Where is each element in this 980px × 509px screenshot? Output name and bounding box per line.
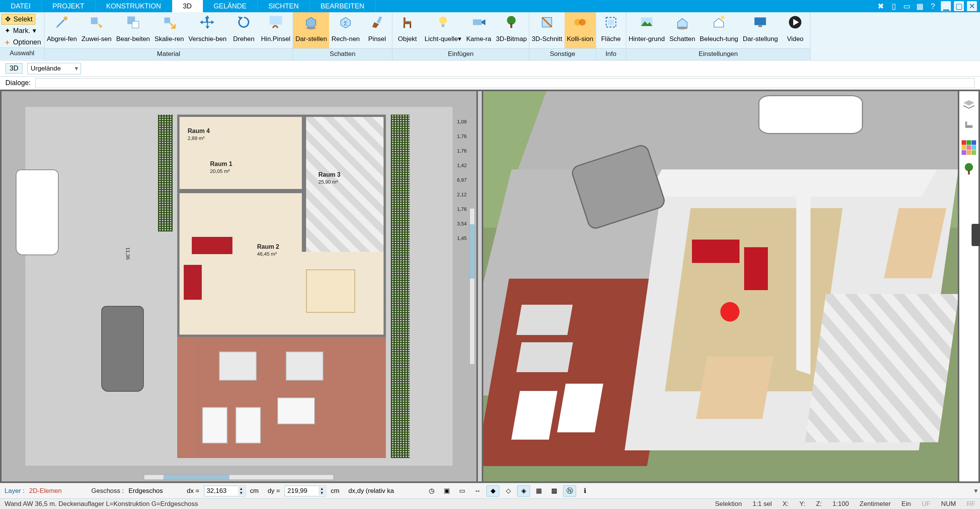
ribbon-group-einfuegen: Objekt Licht-quelle ▾ Kame-ra 3D-Bitmap … <box>392 12 529 60</box>
color-palette[interactable] <box>962 140 976 155</box>
tree3d-icon[interactable] <box>962 162 976 176</box>
btn-schatten-rechnen[interactable]: ΣRech-nen <box>329 12 362 48</box>
layer-select[interactable]: 2D-Elemen <box>29 487 87 495</box>
svg-rect-31 <box>965 122 967 125</box>
camera-icon <box>471 15 487 30</box>
snap1-icon[interactable]: ◆ <box>486 485 499 497</box>
chair3d-icon[interactable] <box>962 119 976 133</box>
view-dropdown[interactable]: Urgelände <box>27 63 81 74</box>
ribbon-group-info: Fläche Info <box>596 12 626 60</box>
auswahl-selekt[interactable]: ✥ Selekt <box>2 14 35 25</box>
status-num: NUM <box>941 500 956 508</box>
marker-icon: ✦ <box>4 27 11 34</box>
view-selector-bar: 3D Urgelände <box>0 61 980 77</box>
btn-verschieben[interactable]: Verschie-ben <box>186 12 229 48</box>
spin-up-icon[interactable]: ▲ <box>319 487 325 491</box>
lighting-icon <box>711 15 727 30</box>
help-icon[interactable]: ? <box>928 1 938 11</box>
tools-icon[interactable]: ✖ <box>876 1 886 11</box>
tab-3d[interactable]: 3D <box>172 0 203 12</box>
viewport-2d[interactable]: Raum 42,89 m² Raum 120,05 m² Raum 325,90… <box>2 91 476 481</box>
auswahl-mark-label: Mark. <box>13 27 30 35</box>
viewport-splitter[interactable] <box>478 91 482 481</box>
screen1-icon[interactable]: ▯ <box>889 1 899 11</box>
btn-hin-pinsel[interactable]: Hin.Pinsel <box>259 12 293 48</box>
btn-3d-bitmap[interactable]: 3D-Bitmap <box>494 12 529 48</box>
auswahl-optionen-label: Optionen <box>13 38 41 46</box>
status-ratio: 1:1 sel <box>753 500 772 508</box>
side-toolbar <box>959 91 978 481</box>
status-unit: Zentimeter <box>860 500 891 508</box>
dxdy-mode-select[interactable]: dx,dy (relativ ka <box>348 487 413 495</box>
label-raum2: Raum 246,45 m² <box>257 243 279 257</box>
svg-rect-10 <box>404 18 405 21</box>
scrollbar-vertical[interactable] <box>469 208 475 364</box>
maximize-button[interactable]: ▢ <box>954 1 964 11</box>
btn-abgreifen[interactable]: Abgrei-fen <box>44 12 79 48</box>
grid1-icon[interactable]: ▦ <box>532 485 545 497</box>
svg-rect-30 <box>965 125 973 128</box>
bottom-toolbar: Layer : 2D-Elemen Geschoss : Erdgeschos … <box>0 483 980 498</box>
tab-konstruktion[interactable]: KONSTRUKTION <box>96 0 172 12</box>
btn-3d-schnitt[interactable]: 3D-Schnitt <box>529 12 564 48</box>
window-controls: ✖ ▯ ▭ ▦ ? ▁ ▢ ✕ <box>873 0 980 12</box>
north-icon[interactable]: Ⓝ <box>563 485 576 497</box>
btn-schatten-pinsel[interactable]: Pinsel <box>362 12 392 48</box>
tab-bearbeiten[interactable]: BEARBEITEN <box>310 0 376 12</box>
side-expand-handle[interactable] <box>972 224 980 246</box>
dy-input[interactable]: 219,99▲▼ <box>285 486 326 496</box>
viewport-3d[interactable] <box>483 91 958 481</box>
btn-objekt[interactable]: Objekt <box>392 12 422 48</box>
dx-input[interactable]: 32,163▲▼ <box>204 486 245 496</box>
btn-schatten-darstellen[interactable]: Dar-stellen <box>293 12 329 48</box>
spin-down-icon[interactable]: ▼ <box>319 491 325 495</box>
scrollbar-horizontal[interactable] <box>144 475 334 480</box>
tab-gelaende[interactable]: GELÄNDE <box>203 0 258 12</box>
assign-icon <box>89 15 105 30</box>
brush-icon <box>369 15 385 30</box>
btn-bearbeiten[interactable]: Bear-beiten <box>114 12 152 48</box>
spin-down-icon[interactable]: ▼ <box>238 491 244 495</box>
tab-sichten[interactable]: SICHTEN <box>258 0 310 12</box>
btn-hintergrund[interactable]: Hinter-grund <box>626 12 667 48</box>
btn-flaeche[interactable]: Fläche <box>596 12 626 48</box>
btn-zuweisen[interactable]: Zuwei-sen <box>79 12 114 48</box>
btn-drehen[interactable]: Drehen <box>229 12 259 48</box>
info-icon[interactable]: ℹ <box>578 485 591 497</box>
btn-kollision[interactable]: Kolli-sion <box>565 12 596 48</box>
tab-projekt[interactable]: PROJEKT <box>42 0 96 12</box>
svg-rect-8 <box>377 16 382 23</box>
btn-darstellung[interactable]: Dar-stellung <box>741 12 781 48</box>
geschoss-select[interactable]: Erdgeschos <box>128 487 182 495</box>
spin-up-icon[interactable]: ▲ <box>238 487 244 491</box>
btn-video[interactable]: Video <box>780 12 810 48</box>
svg-rect-4 <box>165 18 170 23</box>
dialog-field[interactable] <box>35 78 975 88</box>
screen2-icon[interactable]: ▭ <box>902 1 912 11</box>
plan-terrace <box>177 337 386 458</box>
move-icon <box>199 15 216 30</box>
brush-bg-icon <box>268 15 284 30</box>
svg-rect-11 <box>404 24 405 28</box>
auswahl-optionen[interactable]: ＋ Optionen <box>2 37 43 48</box>
tab-datei[interactable]: DATEI <box>0 0 42 12</box>
layers-icon[interactable] <box>962 97 976 112</box>
snap2-icon[interactable]: ◇ <box>502 485 515 497</box>
btn-lichtquelle[interactable]: Licht-quelle ▾ <box>422 12 464 48</box>
settings-icon[interactable]: ▦ <box>915 1 925 11</box>
btn-schatten-set[interactable]: Schatten <box>667 12 697 48</box>
snap3-icon[interactable]: ◈ <box>517 485 530 497</box>
close-button[interactable]: ✕ <box>967 1 977 11</box>
view-mode-badge[interactable]: 3D <box>5 63 23 74</box>
minimize-button[interactable]: ▁ <box>941 1 951 11</box>
clock-icon[interactable]: ◷ <box>425 485 438 497</box>
btn-beleuchtung[interactable]: Beleuch-tung <box>697 12 740 48</box>
btn-kamera[interactable]: Kame-ra <box>464 12 494 48</box>
measure-icon[interactable]: ▭ <box>456 485 469 497</box>
grid2-icon[interactable]: ▩ <box>548 485 561 497</box>
pan-icon[interactable]: ↔ <box>471 485 484 497</box>
camera2-icon[interactable]: ▣ <box>440 485 453 497</box>
btn-skalieren[interactable]: Skalie-ren <box>152 12 186 48</box>
layer-label: Layer : <box>5 487 25 495</box>
auswahl-mark[interactable]: ✦ Mark. ▾ <box>2 25 38 36</box>
